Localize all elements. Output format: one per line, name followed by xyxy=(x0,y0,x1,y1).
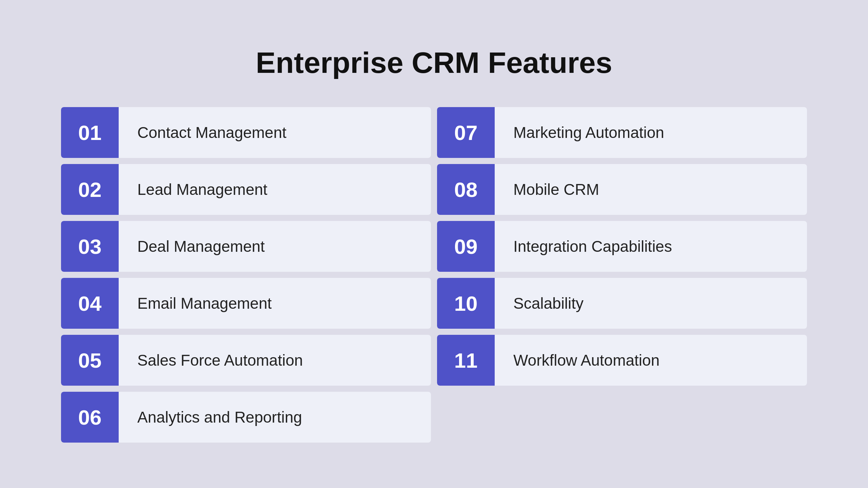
feature-number: 01 xyxy=(61,107,119,158)
list-item: 08 Mobile CRM xyxy=(437,164,807,215)
list-item: 10 Scalability xyxy=(437,278,807,329)
feature-label: Contact Management xyxy=(119,107,431,158)
left-column: 01 Contact Management 02 Lead Management… xyxy=(61,107,431,443)
feature-number: 07 xyxy=(437,107,495,158)
features-grid: 01 Contact Management 02 Lead Management… xyxy=(61,107,807,443)
feature-label: Workflow Automation xyxy=(495,335,807,386)
feature-label: Scalability xyxy=(495,278,807,329)
list-item: 02 Lead Management xyxy=(61,164,431,215)
feature-number: 05 xyxy=(61,335,119,386)
feature-label: Mobile CRM xyxy=(495,164,807,215)
feature-number: 02 xyxy=(61,164,119,215)
list-item: 04 Email Management xyxy=(61,278,431,329)
feature-label: Lead Management xyxy=(119,164,431,215)
feature-label: Deal Management xyxy=(119,221,431,272)
page-title: Enterprise CRM Features xyxy=(256,45,612,80)
feature-number: 11 xyxy=(437,335,495,386)
feature-number: 09 xyxy=(437,221,495,272)
feature-label: Email Management xyxy=(119,278,431,329)
feature-label: Marketing Automation xyxy=(495,107,807,158)
feature-label: Integration Capabilities xyxy=(495,221,807,272)
feature-number: 03 xyxy=(61,221,119,272)
list-item: 06 Analytics and Reporting xyxy=(61,392,431,443)
list-item: 05 Sales Force Automation xyxy=(61,335,431,386)
feature-number: 10 xyxy=(437,278,495,329)
feature-number: 04 xyxy=(61,278,119,329)
list-item: 07 Marketing Automation xyxy=(437,107,807,158)
right-column: 07 Marketing Automation 08 Mobile CRM 09… xyxy=(437,107,807,443)
list-item: 01 Contact Management xyxy=(61,107,431,158)
feature-number: 06 xyxy=(61,392,119,443)
list-item: 03 Deal Management xyxy=(61,221,431,272)
feature-label: Analytics and Reporting xyxy=(119,392,431,443)
feature-label: Sales Force Automation xyxy=(119,335,431,386)
list-item: 11 Workflow Automation xyxy=(437,335,807,386)
feature-number: 08 xyxy=(437,164,495,215)
list-item: 09 Integration Capabilities xyxy=(437,221,807,272)
